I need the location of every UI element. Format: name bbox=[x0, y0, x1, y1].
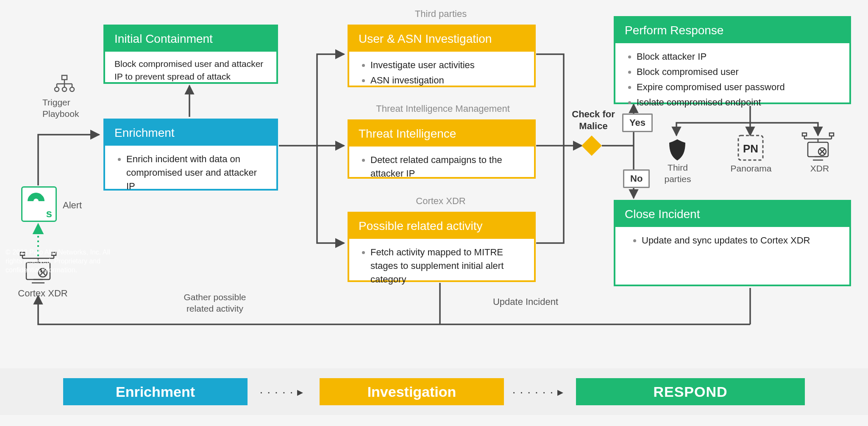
label-alert: Alert bbox=[63, 200, 97, 211]
label-cortex-xdr-source: Cortex XDR bbox=[11, 288, 75, 299]
box-title: Perform Response bbox=[615, 18, 849, 43]
decision-yes: Yes bbox=[622, 113, 653, 132]
label-resp-panorama: Panorama bbox=[726, 163, 776, 174]
svg-rect-24 bbox=[738, 136, 763, 160]
list-item: Block compromised user bbox=[637, 64, 840, 80]
list-item: ASN investigation bbox=[370, 73, 525, 88]
box-perform-response: Perform Response Block attacker IP Block… bbox=[614, 16, 851, 104]
svg-rect-27 bbox=[829, 133, 834, 136]
list-item: Detect related campaigns to the attacker… bbox=[370, 152, 525, 181]
svg-point-8 bbox=[62, 87, 67, 91]
label-check-malice: Check forMalice bbox=[568, 108, 619, 132]
svg-rect-32 bbox=[808, 142, 828, 157]
box-enrichment: Enrichment Enrich incident with data on … bbox=[103, 119, 278, 191]
label-tim: Threat Intelligence Management bbox=[364, 103, 521, 114]
list-item: Fetch activity mapped to MITRE stages to… bbox=[370, 245, 525, 287]
label-resp-third-parties: Third parties bbox=[659, 162, 697, 185]
box-title: Enrichment bbox=[105, 120, 276, 146]
box-title: Possible related activity bbox=[349, 213, 534, 239]
box-user-asn: User & ASN Investigation Investigate use… bbox=[348, 25, 536, 87]
phase-bar: Enrichment ·····▸ Investigation ······▸ … bbox=[0, 368, 868, 415]
watermark-text: © 2023 Palo Alto Networks, Inc. All righ… bbox=[6, 248, 122, 274]
list-item: Block attacker IP bbox=[637, 49, 840, 64]
phase-respond: RESPOND bbox=[576, 378, 805, 405]
label-third-parties: Third parties bbox=[398, 8, 483, 19]
phase-investigation: Investigation bbox=[320, 378, 504, 405]
svg-line-36 bbox=[820, 149, 825, 154]
box-title: Close Incident bbox=[615, 202, 849, 227]
svg-marker-0 bbox=[581, 136, 602, 156]
list-item: Update and sync updates to Cortex XDR bbox=[642, 233, 840, 248]
svg-rect-1 bbox=[62, 75, 67, 80]
svg-point-9 bbox=[70, 87, 74, 91]
box-body: Block compromised user and attacker IP t… bbox=[105, 52, 276, 91]
svg-line-37 bbox=[820, 149, 825, 154]
box-title: Threat Intelligence bbox=[349, 121, 534, 147]
label-cortex-xdr: Cortex XDR bbox=[411, 196, 470, 207]
xsoar-logo-icon: s bbox=[21, 186, 57, 222]
label-trigger-playbook: TriggerPlaybook bbox=[42, 97, 89, 120]
svg-text:PN: PN bbox=[743, 142, 758, 155]
svg-point-35 bbox=[818, 148, 826, 155]
decision-no: No bbox=[623, 169, 650, 188]
box-close-incident: Close Incident Update and sync updates t… bbox=[614, 200, 851, 286]
svg-rect-26 bbox=[802, 133, 807, 136]
phase-connector: ·····▸ bbox=[248, 385, 320, 399]
box-initial-containment: Initial Containment Block compromised us… bbox=[103, 25, 278, 84]
phase-connector: ······▸ bbox=[504, 385, 576, 399]
list-item: Enrich incident with data on compromised… bbox=[126, 152, 267, 194]
box-title: Initial Containment bbox=[105, 26, 276, 52]
list-item: Investigate user activities bbox=[370, 58, 525, 73]
phase-enrichment: Enrichment bbox=[63, 378, 248, 405]
label-gather: Gather possiblerelated activity bbox=[166, 291, 264, 315]
label-resp-xdr: XDR bbox=[807, 163, 832, 174]
box-related-activity: Possible related activity Fetch activity… bbox=[348, 212, 536, 282]
label-update-incident: Update Incident bbox=[479, 296, 572, 307]
list-item: Isolate compromised endpoint bbox=[637, 95, 840, 110]
svg-point-7 bbox=[55, 87, 59, 91]
list-item: Expire compromised user password bbox=[637, 80, 840, 95]
box-threat-intelligence: Threat Intelligence Detect related campa… bbox=[348, 119, 536, 179]
box-title: User & ASN Investigation bbox=[349, 26, 534, 52]
